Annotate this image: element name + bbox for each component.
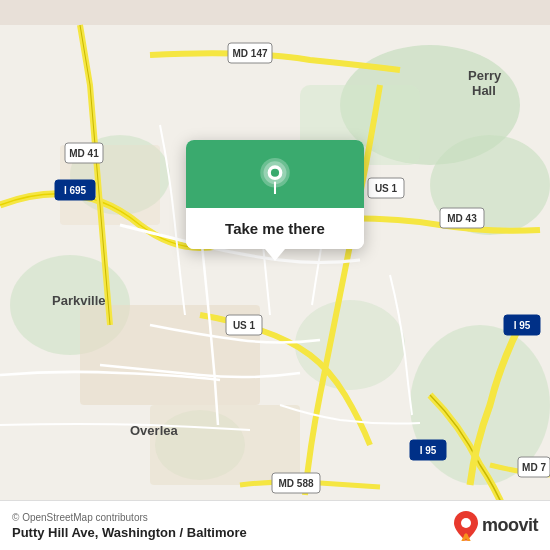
svg-text:MD 41: MD 41 (69, 148, 99, 159)
popup-tail (265, 249, 285, 261)
svg-text:I 95: I 95 (514, 320, 531, 331)
popup-header (186, 140, 364, 208)
svg-point-40 (461, 518, 471, 528)
svg-text:MD 43: MD 43 (447, 213, 477, 224)
svg-point-6 (295, 300, 405, 390)
svg-text:Parkville: Parkville (52, 293, 106, 308)
svg-text:MD 147: MD 147 (232, 48, 267, 59)
map-info-left: © OpenStreetMap contributors Putty Hill … (12, 512, 247, 540)
moovit-wordmark: moovit (482, 515, 538, 536)
svg-point-39 (271, 169, 279, 177)
bottom-bar: © OpenStreetMap contributors Putty Hill … (0, 500, 550, 550)
attribution-text: © OpenStreetMap contributors (12, 512, 247, 523)
svg-text:US 1: US 1 (375, 183, 398, 194)
svg-text:I 695: I 695 (64, 185, 87, 196)
svg-text:MD 7: MD 7 (522, 462, 546, 473)
map-container: MD 147 MD 41 I 695 US 1 MD 43 US 1 I 95 … (0, 0, 550, 550)
location-label: Putty Hill Ave, Washington / Baltimore (12, 525, 247, 540)
moovit-logo: moovit (454, 511, 538, 541)
map-background: MD 147 MD 41 I 695 US 1 MD 43 US 1 I 95 … (0, 0, 550, 550)
svg-text:MD 588: MD 588 (278, 478, 313, 489)
svg-text:Perry: Perry (468, 68, 502, 83)
popup-card: Take me there (186, 140, 364, 249)
svg-text:Hall: Hall (472, 83, 496, 98)
take-me-there-button[interactable]: Take me there (186, 208, 364, 249)
location-pin-icon (257, 158, 293, 194)
svg-text:Overlea: Overlea (130, 423, 178, 438)
moovit-pin-icon (454, 511, 478, 541)
svg-text:US 1: US 1 (233, 320, 256, 331)
svg-text:I 95: I 95 (420, 445, 437, 456)
